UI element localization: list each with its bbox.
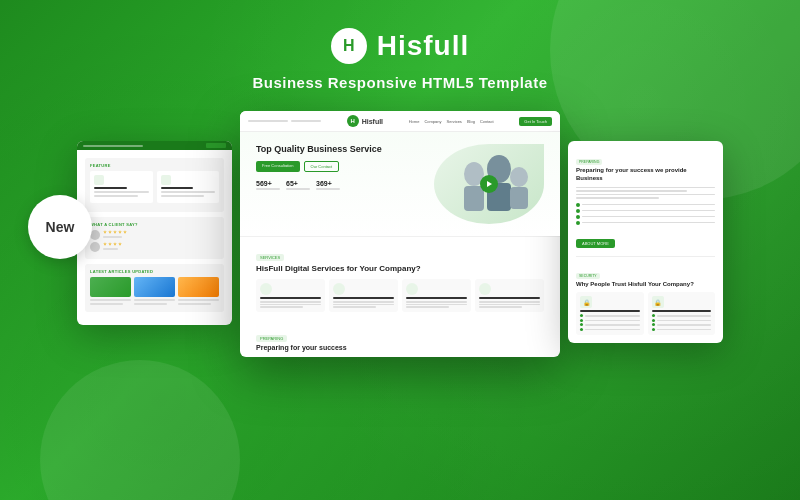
stat-label-2: [286, 188, 310, 190]
mini-articles-section: Latest Articles Updated: [85, 264, 224, 312]
mini-article-2: [134, 277, 175, 307]
preview-btn-consultation[interactable]: Free Consultation: [256, 161, 300, 172]
service-item-2: [329, 279, 398, 312]
service-line-2: [260, 304, 321, 306]
svg-rect-5: [510, 187, 528, 209]
nav-link-home: Home: [409, 119, 420, 124]
nav-info-line-2: [291, 120, 321, 122]
service-line-8: [406, 304, 467, 306]
mini-text-3: [94, 195, 138, 197]
nav-link-company: Company: [424, 119, 441, 124]
right-mini-check-5: [652, 314, 712, 317]
right-mini-check-2: [580, 319, 640, 322]
right-checklist: [576, 203, 715, 225]
mini-reviewer-name-1: [103, 236, 122, 238]
right-divider: [576, 256, 715, 257]
right-mini-check-8: [652, 328, 712, 331]
mini-col-1: [90, 171, 153, 203]
star-6: [103, 242, 107, 246]
right-check-2: [576, 209, 715, 213]
mini-article-img-3: [178, 277, 219, 297]
right-mini-check-7: [652, 323, 712, 326]
right-security-list-2: [652, 314, 712, 331]
right-mini-check-1: [580, 314, 640, 317]
preview-preparing-section: PREPARING Preparing for your success: [240, 320, 560, 357]
mini-article-text-1: [90, 303, 123, 305]
right-security-title: Why People Trust Hisfull Your Company?: [576, 281, 715, 289]
right-preparing-section: PREPARING Preparing for your success we …: [576, 149, 715, 256]
stat-num-3: 369+: [316, 180, 340, 187]
right-mini-line-2: [585, 320, 640, 322]
preview-center-panel: H Hisfull Home Company Services Blog Con…: [240, 111, 560, 357]
right-security-title-2: [652, 310, 712, 312]
service-line-1: [260, 301, 321, 303]
preview-right-inner: PREPARING Preparing for your success we …: [568, 141, 723, 343]
preview-services-section: SERVICES HisFull Digital Services for Yo…: [240, 236, 560, 320]
star-8: [113, 242, 117, 246]
preview-left-panel: FEATURE: [77, 141, 232, 325]
mini-col-2: [157, 171, 220, 203]
mini-reviewer-name-2: [103, 248, 118, 250]
right-mini-line-1: [585, 315, 640, 317]
preview-services-title: HisFull Digital Services for Your Compan…: [256, 264, 544, 273]
mini-review-row-1: [90, 230, 219, 240]
service-text-4: [479, 301, 540, 308]
preview-nav-logo-icon: H: [347, 115, 359, 127]
right-about-btn[interactable]: ABOUT MORE: [576, 239, 615, 248]
preview-stat-3: 369+: [316, 180, 340, 190]
preview-stats: 569+ 65+ 369+: [256, 180, 426, 190]
preview-services-badge: SERVICES: [256, 254, 284, 261]
right-mini-dot-6: [652, 319, 655, 322]
right-prep-title: Preparing for your success we provide Bu…: [576, 167, 715, 183]
mini-article-text-2: [134, 303, 167, 305]
mini-review-title: What a Client Say?: [90, 222, 219, 227]
preview-hero-title: Top Quality Business Service: [256, 144, 426, 156]
preview-right-panel: PREPARING Preparing for your success we …: [568, 141, 723, 343]
preview-prep-title: Preparing for your success: [256, 344, 544, 351]
logo-area: H Hisfull: [331, 28, 470, 64]
mini-col-icon-2: [161, 175, 171, 185]
right-text-line-4: [576, 197, 659, 199]
right-mini-line-6: [657, 320, 712, 322]
stat-num-2: 65+: [286, 180, 310, 187]
star-5: [123, 230, 127, 234]
preview-stat-2: 65+: [286, 180, 310, 190]
preview-btn-contact[interactable]: Our Contact: [304, 161, 340, 172]
mini-top-bar-text: [83, 145, 143, 147]
service-text-2: [333, 301, 394, 308]
service-text-1: [260, 301, 321, 308]
right-text-line-1: [576, 187, 715, 189]
service-title-3: [406, 297, 467, 299]
right-mini-dot-7: [652, 323, 655, 326]
stat-label-1: [256, 188, 280, 190]
right-mini-dot-8: [652, 328, 655, 331]
service-line-5: [333, 304, 394, 306]
mini-article-title-2: [134, 299, 175, 301]
mini-text-5: [161, 191, 216, 193]
right-text-line-2: [576, 190, 687, 192]
right-text-line-3: [576, 194, 715, 196]
preview-nav-cta[interactable]: Get In Touch: [519, 117, 552, 126]
service-line-9: [406, 306, 449, 308]
nav-link-services: Services: [447, 119, 462, 124]
right-mini-line-4: [585, 329, 640, 331]
service-line-12: [479, 306, 522, 308]
star-4: [118, 230, 122, 234]
right-mini-dot-2: [580, 319, 583, 322]
mini-top-bar-btn: [206, 143, 226, 148]
right-mini-line-8: [657, 329, 712, 331]
preview-services-grid: [256, 279, 544, 312]
service-title-4: [479, 297, 540, 299]
nav-info-line: [248, 120, 288, 122]
right-security-section: SECURITY Why People Trust Hisfull Your C…: [576, 263, 715, 335]
service-item-3: [402, 279, 471, 312]
svg-point-4: [510, 167, 528, 187]
logo-icon: H: [331, 28, 367, 64]
mini-avatar-2: [90, 242, 100, 252]
right-check-line-2: [582, 210, 715, 212]
preview-play-button[interactable]: [480, 175, 498, 193]
right-check-1: [576, 203, 715, 207]
star-1: [103, 230, 107, 234]
preview-nav-logo: H Hisfull: [347, 115, 383, 127]
service-item-4: [475, 279, 544, 312]
